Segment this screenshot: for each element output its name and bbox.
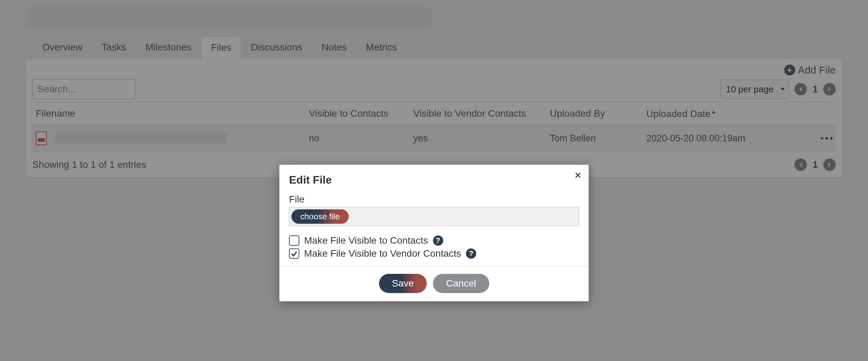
checkbox-visible-contacts-label: Make File Visible to Contacts [304, 235, 428, 246]
save-button[interactable]: Save [379, 274, 427, 293]
checkbox-visible-vendor-contacts[interactable] [289, 248, 299, 259]
file-input[interactable]: choose file [289, 207, 579, 226]
checkbox-visible-contacts[interactable] [289, 235, 299, 246]
choose-file-button[interactable]: choose file [291, 209, 349, 224]
modal-close-button[interactable]: ✕ [574, 170, 582, 181]
edit-file-modal: ✕ Edit File File choose file Make File V… [279, 165, 589, 301]
modal-title: Edit File [289, 174, 579, 186]
help-icon[interactable]: ? [433, 235, 443, 246]
file-field-label: File [289, 194, 579, 205]
cancel-button[interactable]: Cancel [433, 274, 489, 293]
help-icon[interactable]: ? [466, 248, 476, 259]
checkbox-visible-vendor-contacts-label: Make File Visible to Vendor Contacts [304, 248, 461, 259]
modal-divider [279, 266, 589, 266]
